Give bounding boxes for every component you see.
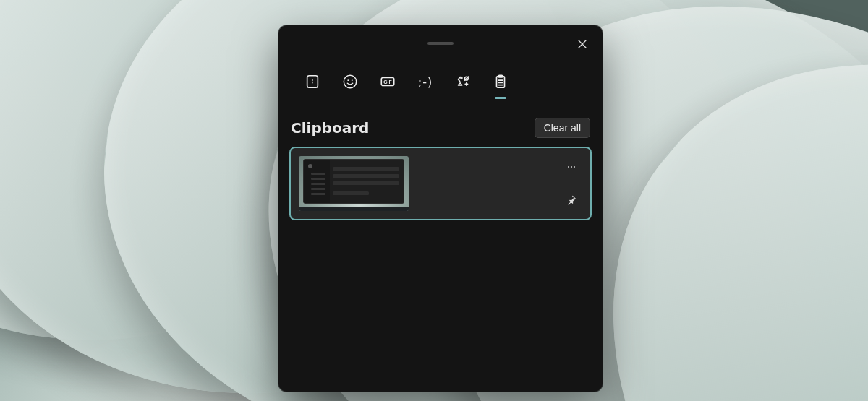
emoji-clipboard-panel: GIF ;-) Clipboard Clear all: [278, 25, 603, 392]
gif-icon: GIF: [380, 74, 396, 90]
tab-recents[interactable]: [302, 67, 323, 96]
tab-symbols[interactable]: [452, 67, 474, 96]
clear-all-button[interactable]: Clear all: [535, 118, 590, 138]
pin-icon: [566, 194, 577, 206]
svg-point-11: [574, 166, 575, 168]
symbols-icon: [456, 74, 471, 90]
svg-point-2: [347, 79, 349, 81]
drag-handle[interactable]: [427, 42, 454, 45]
clipboard-item-actions: [558, 148, 584, 219]
svg-point-3: [352, 79, 353, 81]
svg-text:GIF: GIF: [383, 79, 391, 85]
kaomoji-icon: ;-): [418, 75, 433, 89]
more-options-button[interactable]: [561, 157, 582, 177]
pin-button[interactable]: [561, 190, 582, 210]
recents-icon: [305, 74, 320, 90]
tab-emoji[interactable]: [339, 67, 361, 96]
tab-kaomoji[interactable]: ;-): [414, 67, 436, 96]
clipboard-icon: [493, 74, 509, 90]
close-button[interactable]: [572, 34, 592, 54]
svg-point-1: [344, 75, 356, 87]
svg-rect-7: [497, 77, 505, 88]
category-tabs: GIF ;-): [291, 67, 590, 96]
section-header: Clipboard Clear all: [291, 118, 590, 138]
more-icon: [566, 161, 577, 173]
tab-gif[interactable]: GIF: [377, 67, 399, 96]
tab-clipboard[interactable]: [490, 67, 511, 96]
clipboard-item[interactable]: [291, 148, 590, 219]
svg-point-9: [568, 166, 569, 168]
close-icon: [577, 39, 587, 49]
emoji-icon: [342, 74, 358, 90]
svg-point-10: [571, 166, 572, 168]
section-title: Clipboard: [291, 119, 369, 137]
clipboard-item-thumbnail: [299, 156, 409, 211]
